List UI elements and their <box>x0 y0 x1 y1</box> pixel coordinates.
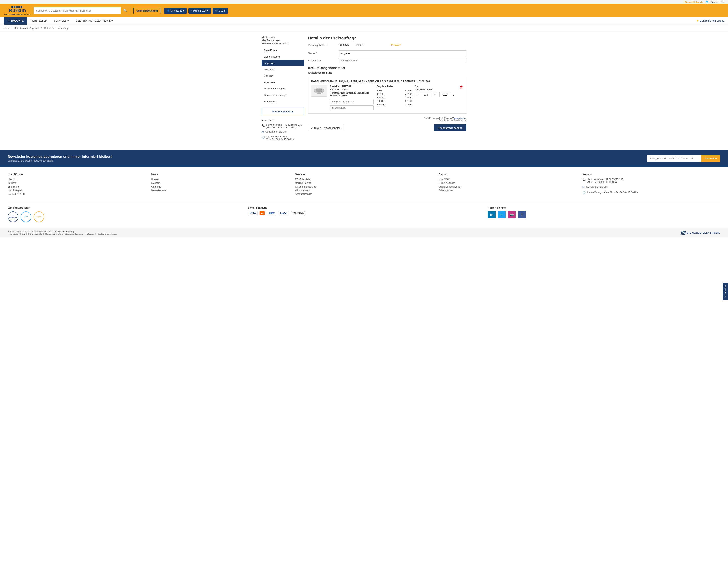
footer-link-datenschutz[interactable]: Datenschutz <box>30 233 42 235</box>
price-note: * Alle Preise zzgl. MwSt. zzgl. Versandk… <box>308 117 466 121</box>
sidebar-item-zahlung: Zahlung <box>262 73 304 79</box>
footer-link-ueber-uns[interactable]: Über Uns <box>8 178 146 181</box>
header: Bürklin DIE GANZE ELEKTRONIK 🔍 Schnellbe… <box>0 4 728 17</box>
footer-link-karriere[interactable]: Karriere <box>8 182 146 184</box>
footer-link-eprocurement[interactable]: eProcurement <box>295 189 433 192</box>
nav-kompetenz[interactable]: ⚡ Elektronik Kompetenz <box>696 17 724 25</box>
breadcrumb-home[interactable]: Home <box>4 27 10 30</box>
qty-minus-button[interactable]: − <box>415 92 420 97</box>
breadcrumb-angebote[interactable]: Angebote <box>30 27 40 30</box>
footer-link-sponsoring[interactable]: Sponsoring <box>8 185 146 188</box>
qty-plus-button[interactable]: + <box>432 92 437 97</box>
sidebar-item-mein-konto: Mein Konto <box>262 47 304 54</box>
nav-bar: ≡ PRODUKTE HERSTELLER SERVICES ▾ ÜBER BÜ… <box>0 17 728 25</box>
article-image-placeholder <box>312 86 326 96</box>
cart-button[interactable]: 🛒 0,00 € <box>212 8 228 14</box>
schnellbestellung-header-button[interactable]: Schnellbestellung <box>133 7 161 14</box>
article-info-col: Bestellnr.: 12H6502 Hersteller: LAPP Her… <box>330 85 374 110</box>
footer-link-presse[interactable]: Presse <box>152 178 289 181</box>
footer-link-cookie[interactable]: Cookie-Einstellungen <box>97 233 118 235</box>
footer-legal-text: Bürklin GmbH & Co. KG | Grünwalder Weg 3… <box>8 230 118 235</box>
qty-input[interactable] <box>420 92 432 97</box>
sidebar-item-profileinstellungen: Profileinstellungen <box>262 85 304 92</box>
nav-services[interactable]: SERVICES ▾ <box>50 17 72 25</box>
price-section: Reguläre Preise 1 Stk. 4,90 € 10 Stk. 4,… <box>377 85 463 106</box>
delete-article-button[interactable]: 🗑 <box>460 85 463 89</box>
footer-link-nachhaltigkeit[interactable]: Nachhaltigkeit <box>8 189 146 192</box>
footer-link-reeling[interactable]: Reeling-Service <box>295 182 433 184</box>
footer-email: ✉ Kontaktieren Sie uns <box>582 185 720 189</box>
article-title: KABELVERSCHRAUBUNG, M8, 11 MM, KLEMMBERE… <box>311 80 463 83</box>
footer-link-messetermine[interactable]: Messetermine <box>152 189 289 192</box>
zusatz-input[interactable] <box>330 105 374 110</box>
footer-link-hilfe[interactable]: Hilfe / FAQ <box>439 178 577 181</box>
footer-link-agb[interactable]: AGB <box>22 233 27 235</box>
breadcrumb-mein-konto[interactable]: Mein Konto <box>14 27 26 30</box>
sidebar-kundennummer: Kundennummer: 0000000 <box>262 42 304 45</box>
sidebar-item-angebote: Angebote <box>262 60 304 66</box>
geschaeftskunde-link[interactable]: Geschäftskunde <box>685 1 703 3</box>
kontakt-link[interactable]: Kontaktieren Sie uns <box>265 130 287 133</box>
mastercard-icon: ●● <box>259 211 265 216</box>
article-info: Bestellnr.: 12H6502 Hersteller: LAPP Her… <box>330 85 374 98</box>
nav-produkte[interactable]: ≡ PRODUKTE <box>4 17 27 25</box>
sidebar: Musterfirma Max Mustermann Kundennummer:… <box>262 35 304 142</box>
newsletter-form: Anmelden <box>647 155 720 162</box>
footer-bottom: Wir sind zertifiziert ISO9001:2015 AEO E… <box>8 202 720 222</box>
instagram-icon[interactable]: 📷 <box>508 211 516 219</box>
back-button[interactable]: Zurück zu Preisangeboten <box>308 125 344 131</box>
footer-link-angebotsservice[interactable]: Angebotsservice <box>295 193 433 196</box>
linkedin-icon[interactable]: in <box>488 211 496 219</box>
angebotsnr-row: Preisangebotsnr.: 0000375 <box>308 44 349 47</box>
status-label: Status: <box>357 44 387 47</box>
status-row: Status: Entwurf <box>357 44 400 47</box>
price-per-unit-input[interactable] <box>439 92 451 97</box>
footer-link-glossar[interactable]: Glossar <box>87 233 94 235</box>
comment-input[interactable] <box>339 58 466 63</box>
price-row-4: 250 Stk. 3,64 € <box>377 99 412 103</box>
footer-link-ecad[interactable]: ECAD-Modelle <box>295 178 433 181</box>
search-input[interactable] <box>34 8 121 14</box>
search-bar: 🔍 <box>34 7 130 14</box>
clock-icon: 🕐 <box>262 135 265 138</box>
meine-listen-button[interactable]: ≡ Meine Listen ▾ <box>188 8 211 14</box>
footer-link-versand[interactable]: Versandinformationen <box>439 185 577 188</box>
newsletter-email-input[interactable] <box>647 155 701 162</box>
send-button[interactable]: Preisanfrage senden <box>434 125 466 131</box>
search-button[interactable]: 🔍 <box>121 7 130 14</box>
sidebar-schnellbestellung-button[interactable]: Schnellbestellung <box>262 108 304 115</box>
footer-kontakt-details: 📞 Service-Hotline: +49 89 55875-230, (Mo… <box>582 178 720 194</box>
angebotsnr-label: Preisangebotsnr.: <box>308 44 339 47</box>
facebook-icon[interactable]: f <box>518 211 526 219</box>
twitter-icon[interactable]: 🐦 <box>498 211 505 219</box>
logo[interactable]: Bürklin DIE GANZE ELEKTRONIK <box>4 6 30 15</box>
footer-link-kalibrierung[interactable]: Kalibrierungsservice <box>295 185 433 188</box>
referenz-input[interactable] <box>330 99 374 104</box>
footer-kontakt-link[interactable]: Kontaktieren Sie uns <box>586 185 608 188</box>
globe-icon: 🌐 <box>705 1 708 3</box>
list-icon: ≡ <box>191 9 192 12</box>
footer-link-zahlungsarten[interactable]: Zahlungsarten <box>439 189 577 192</box>
footer-link-elektroaltgeraete[interactable]: Hinweise zur Elektroaltgeräteentsorgung <box>45 233 83 235</box>
status-badge: Entwurf <box>391 44 400 47</box>
mein-konto-button[interactable]: 👤 Mein Konto ▾ <box>164 8 187 14</box>
versandkosten-link[interactable]: Versandkosten <box>452 117 466 119</box>
footer-link-magazin[interactable]: Magazin <box>152 182 289 184</box>
newsletter-anmelden-button[interactable]: Anmelden <box>701 155 720 162</box>
language-selector[interactable]: Deutsch | DE <box>711 1 724 3</box>
section-title: Ihre Preisangebotsartikel <box>308 66 466 70</box>
nav-hersteller[interactable]: HERSTELLER <box>27 17 50 25</box>
name-input[interactable] <box>339 50 466 56</box>
article-card: KABELVERSCHRAUBUNG, M8, 11 MM, KLEMMBERE… <box>308 77 466 114</box>
footer-link-quarterly[interactable]: Quarterly <box>152 185 289 188</box>
footer-link-rohs[interactable]: RoHS & REACH <box>8 193 146 196</box>
footer: Über Bürklin Über Uns Karriere Sponsorin… <box>0 167 728 228</box>
footer-link-rueckruf[interactable]: Rückruf-Service <box>439 182 577 184</box>
footer-link-impressum[interactable]: Impressum <box>8 233 19 235</box>
footer-phone-icon: 📞 <box>582 178 586 181</box>
header-actions: 👤 Mein Konto ▾ ≡ Meine Listen ▾ 🛒 0,00 € <box>164 8 228 14</box>
section-sub: Artikelbeschreibung <box>308 71 466 74</box>
nav-ueber[interactable]: ÜBER BÜRKLIN ELEKTRONIK ▾ <box>72 17 116 25</box>
kontakt-hotline: 📞 Service-Hotline: +49 89 55875-230, (Mo… <box>262 124 304 129</box>
chevron-down-icon: ▾ <box>183 9 184 12</box>
